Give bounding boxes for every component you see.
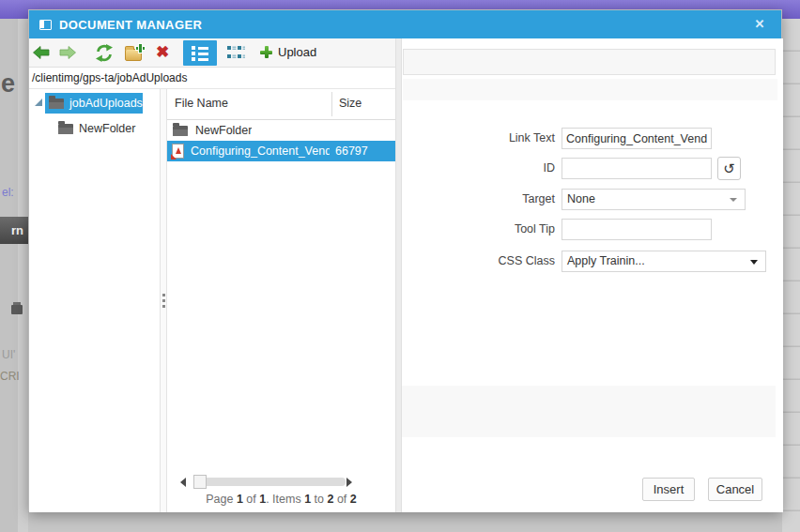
- list-view-icon: [192, 46, 208, 60]
- upload-label: Upload: [278, 45, 316, 59]
- background-text-fragment: UI': [2, 348, 15, 361]
- background-printer-icon: [11, 305, 23, 314]
- id-refresh-button[interactable]: ↺: [717, 157, 741, 180]
- cancel-button[interactable]: Cancel: [708, 478, 762, 501]
- folder-icon: [173, 126, 188, 136]
- file-list: File Name Size NewFolder Configuring_Con…: [167, 89, 395, 512]
- properties-subheader-strip: [403, 79, 777, 100]
- pager-text: . Items: [266, 493, 304, 506]
- upload-plus-icon: [260, 46, 272, 58]
- background-page-left: e el: UI' CRI: [0, 19, 28, 532]
- background-table-rows: [782, 19, 800, 532]
- upload-button[interactable]: Upload: [260, 45, 316, 59]
- pager-number: 1: [237, 493, 243, 506]
- window-icon: [39, 20, 52, 30]
- target-label: Target: [402, 192, 555, 205]
- pager-text: Page: [206, 493, 237, 506]
- delete-x-icon: ✖: [156, 42, 169, 62]
- tree-node-label: jobAdUploads: [69, 97, 143, 110]
- id-label: ID: [402, 161, 555, 175]
- pager-text: of: [333, 493, 349, 506]
- tree-node-jobadUploads[interactable]: jobAdUploads: [45, 93, 143, 114]
- dialog-titlebar[interactable]: DOCUMENT MANAGER ✕: [29, 10, 781, 38]
- properties-footer-strip: [402, 386, 776, 437]
- file-name: NewFolder: [195, 124, 252, 137]
- scroll-right-icon[interactable]: [346, 478, 352, 487]
- target-selected-value: None: [567, 192, 595, 205]
- splitter-grip-icon: [162, 294, 165, 311]
- screen: e el: UI' CRI rn DOCUMENT MANAGER ✕: [0, 0, 800, 532]
- properties-pane: Link Text ID ↺ Target None Tool Tip: [402, 38, 783, 512]
- tree-node-newfolder[interactable]: NewFolder: [58, 119, 135, 138]
- chevron-down-icon: [750, 260, 758, 265]
- tree-expand-icon[interactable]: [35, 99, 42, 106]
- file-name: Configuring_Content_Vendo: [191, 144, 330, 158]
- tooltip-input[interactable]: [562, 219, 712, 240]
- file-size: 66797: [335, 144, 368, 158]
- id-input[interactable]: [562, 158, 712, 179]
- grid-view-icon: [227, 45, 245, 60]
- toolbar: ✖: [29, 38, 395, 68]
- pane-splitter[interactable]: [160, 89, 167, 512]
- css-class-dropdown[interactable]: Apply Trainin...: [562, 251, 766, 272]
- insert-button[interactable]: Insert: [642, 478, 695, 501]
- pager-number: 2: [350, 493, 357, 506]
- link-text-row: Link Text: [402, 128, 783, 149]
- column-header-filename[interactable]: File Name: [175, 97, 228, 110]
- document-manager-dialog: DOCUMENT MANAGER ✕: [28, 9, 782, 511]
- background-button-fragment: rn: [0, 217, 28, 244]
- background-text-fragment: e: [1, 69, 15, 99]
- plus-badge-icon: [136, 44, 145, 53]
- folder-tree: jobAdUploads NewFolder: [29, 89, 160, 512]
- tree-node-label: NewFolder: [79, 122, 135, 135]
- horizontal-scrollbar: [167, 474, 395, 491]
- pager-text: of: [243, 493, 259, 506]
- link-text-label: Link Text: [402, 131, 555, 144]
- file-list-header: File Name Size: [167, 89, 395, 120]
- pager-status: Page 1 of 1. Items 1 to 2 of 2: [167, 493, 395, 506]
- target-row: Target None: [402, 189, 783, 210]
- file-row-selected-pdf[interactable]: Configuring_Content_Vendo 66797: [167, 141, 395, 161]
- pager-text: to: [311, 493, 327, 506]
- forward-arrow-icon: [59, 46, 76, 59]
- tooltip-row: Tool Tip: [402, 219, 783, 240]
- folder-icon: [58, 124, 73, 134]
- dialog-title: DOCUMENT MANAGER: [59, 18, 202, 32]
- scrollbar-thumb[interactable]: [193, 475, 207, 489]
- css-class-selected-value: Apply Trainin...: [567, 254, 645, 267]
- css-class-label: CSS Class: [402, 254, 555, 267]
- chevron-down-icon: [730, 198, 737, 202]
- forward-button[interactable]: [59, 46, 76, 59]
- tooltip-label: Tool Tip: [402, 222, 555, 236]
- column-header-size[interactable]: Size: [339, 97, 362, 110]
- link-text-input[interactable]: [562, 128, 712, 149]
- refresh-button[interactable]: [95, 44, 114, 62]
- target-dropdown[interactable]: None: [562, 189, 746, 210]
- scrollbar-track[interactable]: [193, 478, 346, 486]
- delete-button[interactable]: ✖: [156, 42, 169, 62]
- grid-view-button[interactable]: [227, 45, 245, 60]
- properties-header-strip: [403, 49, 776, 75]
- column-divider: [331, 92, 332, 116]
- breadcrumb-path: /clientimg/gps-ta/jobAdUploads: [29, 68, 395, 89]
- scroll-left-icon[interactable]: [180, 478, 186, 487]
- new-folder-icon: [125, 49, 142, 61]
- back-arrow-icon: [33, 46, 50, 59]
- pdf-file-icon: [172, 144, 184, 159]
- refresh-icon: [95, 44, 114, 62]
- id-row: ID ↺: [402, 158, 783, 179]
- file-row-newfolder[interactable]: NewFolder: [167, 120, 395, 141]
- background-text-fragment: CRI: [0, 370, 20, 383]
- back-button[interactable]: [33, 46, 50, 59]
- css-class-row: CSS Class Apply Trainin...: [402, 251, 783, 272]
- refresh-circle-icon: ↺: [723, 160, 735, 176]
- panel-divider: [395, 38, 402, 512]
- list-view-button[interactable]: [183, 40, 217, 66]
- new-folder-button[interactable]: [123, 45, 144, 62]
- folder-icon: [49, 99, 64, 109]
- background-link-fragment: el:: [2, 186, 14, 199]
- close-icon[interactable]: ✕: [751, 16, 768, 33]
